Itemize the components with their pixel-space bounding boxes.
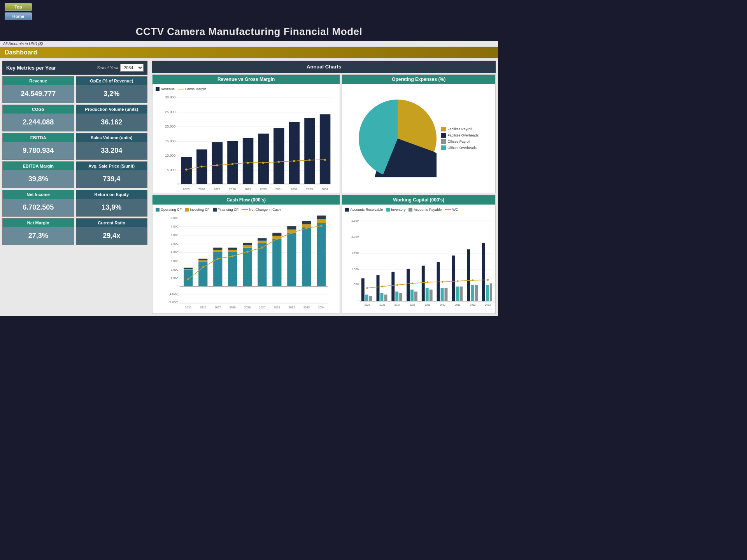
gm-dot-2025 <box>185 168 188 171</box>
svg-text:2032: 2032 <box>291 187 297 191</box>
bar-2033 <box>304 118 315 184</box>
svg-text:2027: 2027 <box>214 187 220 191</box>
wc-chart-svg: 2.500 2.000 1.500 1.000 500 - <box>345 213 492 316</box>
bar-2028 <box>227 141 238 184</box>
cf-ocf-2034 <box>317 223 326 286</box>
svg-text:2033: 2033 <box>485 303 491 306</box>
production-card: Production Volume (units) 36.162 <box>76 105 148 131</box>
cashflow-chart-svg: 8.000 7.000 6.000 5.000 4.000 3.000 2.00… <box>156 213 337 316</box>
wc-ap-2031 <box>459 287 463 301</box>
ebitda-label: EBITDA <box>3 133 74 142</box>
svg-text:2028: 2028 <box>229 187 236 191</box>
svg-text:1.000: 1.000 <box>171 276 179 280</box>
top-button[interactable]: Top <box>5 3 32 11</box>
current-ratio-value: 29,4x <box>76 227 147 245</box>
revenue-legend-revenue: Revenue <box>156 87 175 91</box>
svg-text:2.000: 2.000 <box>171 268 179 271</box>
cogs-card: COGS 2.244.088 <box>2 105 74 131</box>
opex-chart-title: Operating Expenses (%) <box>342 75 495 84</box>
svg-text:(1.000): (1.000) <box>168 292 178 296</box>
pie-legend-fo-box <box>441 133 446 138</box>
gm-dot-2033 <box>309 159 311 161</box>
svg-text:2029: 2029 <box>244 187 251 191</box>
svg-text:2034: 2034 <box>321 187 328 191</box>
svg-text:2025: 2025 <box>185 306 191 309</box>
sales-value: 33.204 <box>76 142 147 159</box>
gm-dot-2031 <box>277 161 280 163</box>
revenue-legend-margin: Gross Margin <box>178 87 206 91</box>
cf-legend-financing: Financing CF <box>213 208 239 212</box>
cf-ocf-2033 <box>302 228 311 286</box>
wc-chart-title: Working Capital (000's) <box>342 195 495 205</box>
select-year-label: Select Year <box>97 65 119 70</box>
cf-inv-label: Investing CF <box>190 208 210 212</box>
wc-chart-inner: Accounts Receivable Inventory Accounts P… <box>342 205 495 313</box>
cf-icf-2034 <box>317 219 326 223</box>
cf-icf-2033 <box>302 224 311 228</box>
cf-fcf-2025 <box>184 268 193 269</box>
wc-dot-2030 <box>442 281 444 283</box>
page-title: CCTV Camera Manufacturing Financial Mode… <box>0 26 498 38</box>
cf-fin-dot <box>213 208 217 212</box>
year-select[interactable]: 2034 2033 2032 2031 2030 2029 2028 2027 … <box>120 64 144 72</box>
pie-legend-oo-box <box>441 145 446 150</box>
sales-card: Sales Volume (units) 33.204 <box>76 133 148 160</box>
revenue-chart-svg: 30.000 25.000 20.000 15.000 10.000 5.000… <box>156 93 337 195</box>
nc-dot-2027 <box>217 258 219 260</box>
ebitda-card: EBITDA 9.780.934 <box>2 133 74 160</box>
svg-text:2026: 2026 <box>380 303 386 306</box>
nc-dot-2033 <box>305 227 307 229</box>
cf-ocf-2032 <box>287 233 296 286</box>
cf-icf-2029 <box>243 245 252 247</box>
wc-dot-2026 <box>381 285 383 287</box>
cf-ocf-2029 <box>243 248 252 286</box>
bar-2034 <box>320 114 331 184</box>
cf-icf-2028 <box>228 250 237 252</box>
sales-label: Sales Volume (units) <box>76 133 147 142</box>
wc-inv-label: Inventory <box>391 208 405 212</box>
cf-ocf-2031 <box>272 238 281 286</box>
pie-legend-op-box <box>441 139 446 144</box>
gm-dot-2030 <box>262 162 265 164</box>
metric-row-1: Revenue 24.549.777 OpEx (% of Revenue) 3… <box>2 76 147 103</box>
svg-text:3.000: 3.000 <box>171 259 179 263</box>
wc-ap-label: Accounts Payable <box>414 208 442 212</box>
svg-text:2.500: 2.500 <box>351 219 359 222</box>
production-label: Production Volume (units) <box>76 105 147 114</box>
svg-text:-: - <box>358 298 359 302</box>
wc-dot-2029 <box>427 281 429 283</box>
cf-ocf-2030 <box>258 243 267 286</box>
ebitda-value: 9.780.934 <box>3 142 74 159</box>
svg-text:20.000: 20.000 <box>165 124 175 128</box>
current-ratio-card: Current Ratio 29,4x <box>76 218 148 245</box>
pie-legend-fp: Facilites Payroll <box>441 127 479 131</box>
revenue-value: 24.549.777 <box>3 85 74 103</box>
wc-ap-2029 <box>430 290 433 301</box>
cf-fcf-2033 <box>302 221 311 224</box>
wc-ap-2030 <box>445 288 448 301</box>
nc-dot-2029 <box>246 251 248 253</box>
cf-fcf-2032 <box>287 226 296 229</box>
svg-text:5.000: 5.000 <box>167 168 175 172</box>
ebitda-margin-card: EBITDA Margin 39,8% <box>2 161 74 188</box>
wc-ap-2028 <box>414 292 417 301</box>
cf-ocf-2027 <box>213 252 222 286</box>
cf-inv-dot <box>185 208 189 212</box>
cf-fin-label: Financing CF <box>218 208 239 212</box>
metric-row-6: Net Margin 27,3% Current Ratio 29,4x <box>2 218 147 245</box>
net-income-card: Net Income 6.702.505 <box>2 190 74 217</box>
cf-fcf-2029 <box>243 243 252 245</box>
revenue-card: Revenue 24.549.777 <box>2 76 74 103</box>
svg-text:2.000: 2.000 <box>351 235 359 238</box>
avg-price-label: Avg. Sale Price ($/unit) <box>76 162 147 170</box>
home-button[interactable]: Home <box>5 12 32 20</box>
margin-legend-dot <box>178 89 184 89</box>
svg-text:15.000: 15.000 <box>165 139 175 143</box>
cf-fcf-2031 <box>272 233 281 236</box>
cf-op-label: Operating CF <box>161 208 182 212</box>
gm-dot-2027 <box>216 164 218 166</box>
svg-text:2029: 2029 <box>244 306 251 309</box>
svg-text:2031: 2031 <box>274 306 280 309</box>
cf-fcf-2030 <box>258 238 267 240</box>
cf-op-dot <box>156 208 160 212</box>
